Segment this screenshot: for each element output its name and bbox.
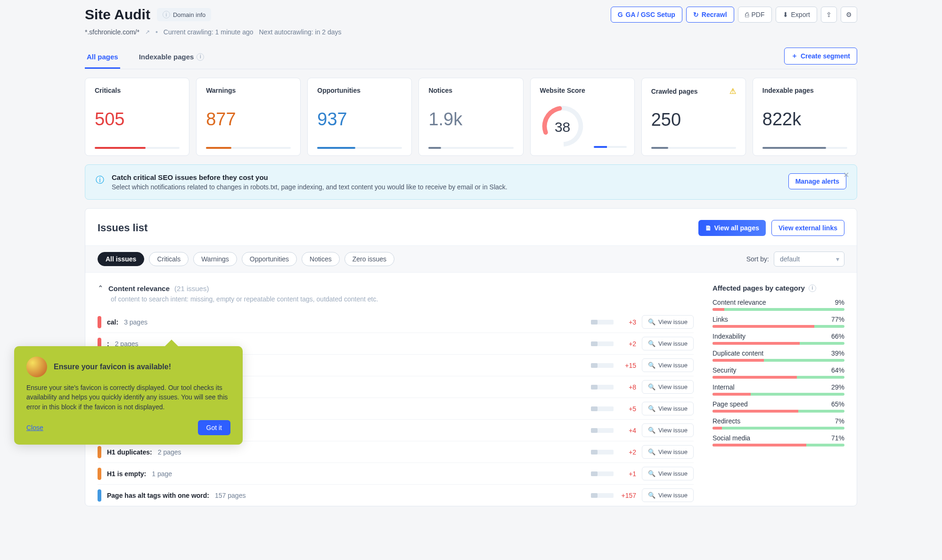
recrawl-button[interactable]: ↻ Recrawl	[686, 7, 734, 23]
document-icon: 🗎	[705, 224, 712, 232]
filter-pill-criticals[interactable]: Criticals	[149, 252, 188, 266]
filter-pill-zero-issues[interactable]: Zero issues	[344, 252, 394, 266]
trend-bar	[591, 385, 614, 390]
severity-indicator	[98, 316, 101, 328]
settings-button[interactable]: ⚙	[841, 7, 857, 23]
create-segment-button[interactable]: ＋ Create segment	[784, 48, 857, 65]
popover-body: Ensure your site's favicon is correctly …	[26, 383, 230, 412]
card-opportunities[interactable]: Opportunities 937	[307, 78, 412, 156]
view-issue-button[interactable]: 🔍View issue	[642, 315, 694, 329]
view-issue-button[interactable]: 🔍View issue	[642, 488, 694, 502]
category-percent: 71%	[831, 434, 844, 442]
issue-group-description: of content to search intent: missing, em…	[111, 295, 694, 303]
info-icon[interactable]: i	[197, 53, 204, 61]
issue-pages: 3 pages	[124, 318, 147, 326]
category-name: Social media	[713, 434, 750, 442]
filter-pill-all-issues[interactable]: All issues	[98, 252, 144, 266]
warning-icon: ⚠	[729, 87, 736, 96]
ga-gsc-setup-button[interactable]: G GA / GSC Setup	[611, 7, 682, 23]
info-icon: ⓘ	[96, 174, 104, 186]
categories-title: Affected pages by category	[713, 284, 805, 292]
sparkline	[317, 147, 402, 149]
card-warnings[interactable]: Warnings 877	[196, 78, 301, 156]
sort-select[interactable]: default	[774, 252, 844, 267]
delta-value: +4	[619, 427, 636, 434]
external-link-icon[interactable]: ↗	[145, 29, 150, 35]
sparkline	[594, 146, 627, 148]
view-issue-button[interactable]: 🔍View issue	[642, 445, 694, 459]
category-percent: 66%	[831, 333, 844, 340]
issue-row: Page has alt tags with one word:157 page…	[98, 484, 694, 506]
domain-info-button[interactable]: i Domain info	[157, 8, 211, 21]
issue-name: H1 duplicates:	[107, 448, 152, 456]
score-gauge: 38	[540, 104, 585, 149]
issue-group-toggle[interactable]: ⌃ Content relevance (21 issues)	[98, 284, 694, 292]
card-notices[interactable]: Notices 1.9k	[418, 78, 523, 156]
filter-pill-opportunities[interactable]: Opportunities	[242, 252, 297, 266]
category-bar	[713, 325, 844, 328]
delta-value: +8	[619, 383, 636, 391]
view-external-links-button[interactable]: View external links	[771, 220, 844, 236]
card-indexable-pages[interactable]: Indexable pages 822k	[753, 78, 857, 156]
category-row[interactable]: Internal29%	[713, 383, 844, 396]
sparkline	[762, 147, 847, 149]
share-button[interactable]: ⇪	[821, 7, 837, 23]
severity-indicator	[98, 468, 101, 480]
delta-value: +15	[619, 362, 636, 369]
issue-pages: 2 pages	[158, 448, 181, 456]
issue-pages: 157 pages	[215, 492, 246, 499]
category-name: Content relevance	[713, 299, 766, 306]
view-issue-button[interactable]: 🔍View issue	[642, 423, 694, 437]
popover-close-link[interactable]: Close	[26, 424, 43, 431]
category-row[interactable]: Page speed65%	[713, 400, 844, 413]
alerts-banner: ⓘ Catch critical SEO issues before they …	[85, 164, 857, 200]
category-row[interactable]: Indexability66%	[713, 333, 844, 345]
trend-bar	[591, 471, 614, 476]
manage-alerts-button[interactable]: Manage alerts	[788, 173, 846, 189]
delta-value: +2	[619, 448, 636, 456]
alert-body: Select which notifications related to ch…	[112, 183, 508, 191]
category-bar	[713, 410, 844, 413]
category-name: Security	[713, 366, 737, 374]
search-icon: 🔍	[648, 470, 655, 477]
next-autocrawling-text: Next autocrawling: in 2 days	[259, 28, 342, 36]
avatar	[26, 357, 47, 377]
view-issue-button[interactable]: 🔍View issue	[642, 380, 694, 394]
category-row[interactable]: Links77%	[713, 316, 844, 328]
info-icon[interactable]: i	[809, 284, 816, 292]
card-criticals[interactable]: Criticals 505	[85, 78, 189, 156]
trend-bar	[591, 363, 614, 368]
category-row[interactable]: Redirects7%	[713, 417, 844, 430]
category-row[interactable]: Duplicate content39%	[713, 349, 844, 362]
category-bar	[713, 427, 844, 430]
issue-name: Page has alt tags with one word:	[107, 492, 209, 499]
domain-scope[interactable]: *.sfchronicle.com/*	[85, 28, 139, 36]
card-crawled-pages[interactable]: Crawled pages ⚠ 250	[641, 78, 746, 156]
category-row[interactable]: Content relevance9%	[713, 299, 844, 311]
view-issue-button[interactable]: 🔍View issue	[642, 467, 694, 480]
view-issue-button[interactable]: 🔍View issue	[642, 337, 694, 350]
category-percent: 39%	[831, 349, 844, 357]
gear-icon: ⚙	[846, 11, 852, 18]
page-title: Site Audit	[85, 7, 150, 23]
view-all-pages-button[interactable]: 🗎 View all pages	[698, 220, 766, 236]
filter-pill-notices[interactable]: Notices	[302, 252, 340, 266]
export-button[interactable]: ⬇ Export	[776, 7, 817, 23]
close-icon[interactable]: ✕	[843, 170, 849, 179]
popover-got-it-button[interactable]: Got it	[198, 420, 230, 435]
share-icon: ⇪	[826, 11, 832, 18]
tab-indexable-pages[interactable]: Indexable pages i	[137, 47, 206, 69]
category-row[interactable]: Security64%	[713, 366, 844, 379]
pdf-button[interactable]: ⎙ PDF	[738, 7, 772, 23]
view-issue-button[interactable]: 🔍View issue	[642, 402, 694, 415]
card-website-score[interactable]: Website Score 38	[530, 78, 635, 156]
issue-row: cal:3 pages+3🔍View issue	[98, 311, 694, 333]
tab-all-pages[interactable]: All pages	[85, 47, 120, 69]
filter-pill-warnings[interactable]: Warnings	[193, 252, 237, 266]
issue-name: H1 is empty:	[107, 470, 146, 478]
category-row[interactable]: Social media71%	[713, 434, 844, 446]
view-issue-button[interactable]: 🔍View issue	[642, 358, 694, 372]
severity-indicator	[98, 446, 101, 458]
delta-value: +3	[619, 318, 636, 326]
category-bar	[713, 308, 844, 311]
